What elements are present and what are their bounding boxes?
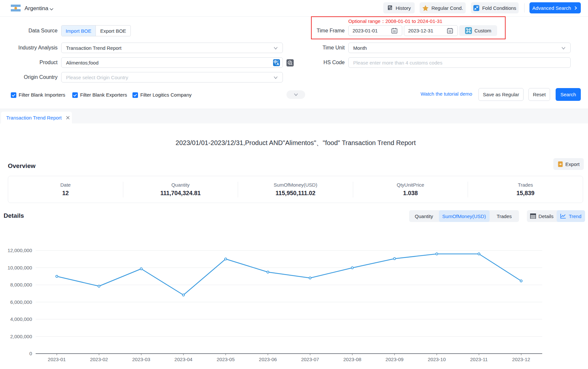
svg-text:2,000,000: 2,000,000 xyxy=(10,334,32,339)
svg-text:6,000,000: 6,000,000 xyxy=(10,299,32,305)
svg-text:2023-02: 2023-02 xyxy=(90,357,108,362)
svg-text:2023-04: 2023-04 xyxy=(174,357,192,362)
svg-text:2023-03: 2023-03 xyxy=(132,357,150,362)
svg-text:A: A xyxy=(277,62,279,66)
svg-text:2023-10: 2023-10 xyxy=(428,357,446,362)
svg-text:0: 0 xyxy=(29,351,32,356)
svg-text:2023-09: 2023-09 xyxy=(386,357,404,362)
svg-text:2023-08: 2023-08 xyxy=(343,357,361,362)
svg-text:2023-01: 2023-01 xyxy=(48,357,66,362)
svg-text:10,000,000: 10,000,000 xyxy=(8,265,32,270)
svg-text:4,000,000: 4,000,000 xyxy=(10,316,32,322)
svg-text:2023-07: 2023-07 xyxy=(301,357,319,362)
svg-text:2023-06: 2023-06 xyxy=(259,357,277,362)
svg-text:2023-11: 2023-11 xyxy=(470,357,488,362)
svg-text:2023-05: 2023-05 xyxy=(216,357,234,362)
svg-text:8,000,000: 8,000,000 xyxy=(10,282,32,287)
svg-text:12,000,000: 12,000,000 xyxy=(8,248,32,253)
svg-text:2023-12: 2023-12 xyxy=(512,357,530,362)
